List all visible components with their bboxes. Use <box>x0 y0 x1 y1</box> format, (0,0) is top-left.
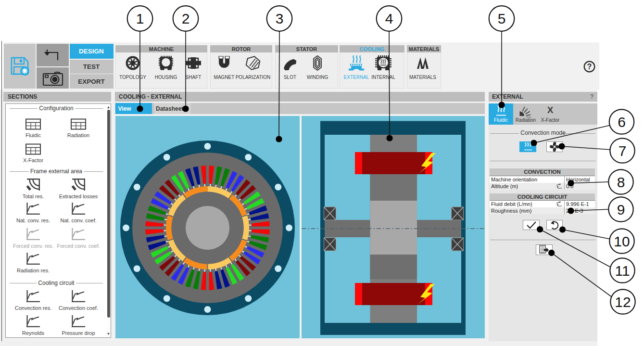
svg-text:11: 11 <box>615 263 630 279</box>
svg-text:7: 7 <box>619 143 627 159</box>
svg-text:10: 10 <box>614 233 630 249</box>
svg-text:5: 5 <box>498 11 506 26</box>
svg-text:?: ? <box>587 63 592 71</box>
svg-text:2: 2 <box>182 11 190 26</box>
svg-text:4: 4 <box>385 11 393 26</box>
svg-text:9: 9 <box>617 202 625 218</box>
svg-text:12: 12 <box>615 294 631 310</box>
svg-text:6: 6 <box>618 114 626 130</box>
svg-text:1: 1 <box>136 11 144 26</box>
svg-text:8: 8 <box>617 174 625 190</box>
svg-text:3: 3 <box>276 11 284 26</box>
